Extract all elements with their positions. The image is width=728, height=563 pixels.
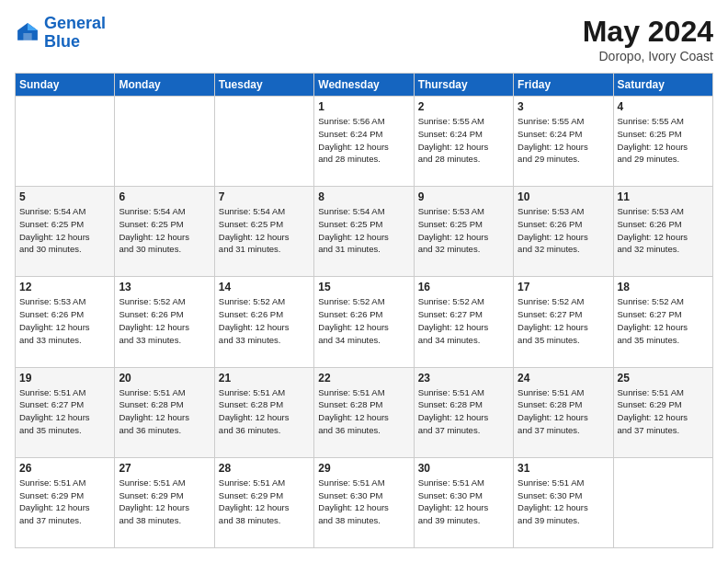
day-info: Sunrise: 5:53 AM Sunset: 6:26 PM Dayligh… (618, 205, 709, 256)
header-row: Sunday Monday Tuesday Wednesday Thursday… (16, 74, 713, 97)
logo-text: General Blue (44, 15, 106, 52)
calendar-cell: 15Sunrise: 5:52 AM Sunset: 6:26 PM Dayli… (314, 277, 414, 367)
day-number: 10 (518, 190, 609, 203)
calendar-cell (613, 457, 712, 547)
day-info: Sunrise: 5:53 AM Sunset: 6:26 PM Dayligh… (518, 205, 609, 256)
day-info: Sunrise: 5:51 AM Sunset: 6:30 PM Dayligh… (318, 477, 409, 527)
day-number: 1 (318, 100, 409, 113)
calendar-cell: 21Sunrise: 5:51 AM Sunset: 6:28 PM Dayli… (214, 367, 313, 457)
day-number: 16 (418, 281, 509, 293)
day-info: Sunrise: 5:51 AM Sunset: 6:30 PM Dayligh… (418, 477, 509, 527)
calendar-cell: 30Sunrise: 5:51 AM Sunset: 6:30 PM Dayli… (414, 457, 513, 547)
calendar-cell: 11Sunrise: 5:53 AM Sunset: 6:26 PM Dayli… (613, 187, 712, 277)
day-number: 25 (618, 372, 709, 385)
col-saturday: Saturday (613, 74, 712, 97)
calendar-cell: 27Sunrise: 5:51 AM Sunset: 6:29 PM Dayli… (115, 457, 214, 547)
day-number: 31 (518, 462, 609, 475)
page: General Blue May 2024 Doropo, Ivory Coas… (0, 0, 728, 563)
day-number: 12 (19, 281, 110, 293)
day-info: Sunrise: 5:54 AM Sunset: 6:25 PM Dayligh… (219, 205, 310, 256)
calendar-cell: 24Sunrise: 5:51 AM Sunset: 6:28 PM Dayli… (514, 367, 613, 457)
calendar-cell: 6Sunrise: 5:54 AM Sunset: 6:25 PM Daylig… (115, 187, 214, 277)
logo-icon (15, 20, 40, 46)
logo-line2: Blue (44, 32, 80, 51)
day-info: Sunrise: 5:51 AM Sunset: 6:28 PM Dayligh… (318, 386, 409, 437)
day-info: Sunrise: 5:51 AM Sunset: 6:27 PM Dayligh… (19, 386, 110, 437)
calendar-cell (115, 97, 214, 187)
day-number: 3 (518, 100, 609, 113)
header: General Blue May 2024 Doropo, Ivory Coas… (15, 15, 713, 63)
day-number: 28 (219, 462, 310, 475)
day-info: Sunrise: 5:51 AM Sunset: 6:28 PM Dayligh… (518, 386, 609, 437)
day-info: Sunrise: 5:52 AM Sunset: 6:26 PM Dayligh… (219, 295, 310, 346)
svg-marker-1 (28, 23, 38, 30)
calendar-week-1: 1Sunrise: 5:56 AM Sunset: 6:24 PM Daylig… (16, 97, 713, 187)
day-info: Sunrise: 5:53 AM Sunset: 6:26 PM Dayligh… (19, 295, 110, 346)
calendar-cell: 16Sunrise: 5:52 AM Sunset: 6:27 PM Dayli… (414, 277, 513, 367)
calendar-cell: 12Sunrise: 5:53 AM Sunset: 6:26 PM Dayli… (16, 277, 115, 367)
logo: General Blue (15, 15, 106, 52)
calendar-cell: 1Sunrise: 5:56 AM Sunset: 6:24 PM Daylig… (314, 97, 414, 187)
calendar-cell: 23Sunrise: 5:51 AM Sunset: 6:28 PM Dayli… (414, 367, 513, 457)
calendar-cell: 9Sunrise: 5:53 AM Sunset: 6:25 PM Daylig… (414, 187, 513, 277)
day-info: Sunrise: 5:52 AM Sunset: 6:26 PM Dayligh… (119, 295, 210, 346)
day-number: 23 (418, 372, 509, 385)
calendar-cell: 17Sunrise: 5:52 AM Sunset: 6:27 PM Dayli… (514, 277, 613, 367)
day-info: Sunrise: 5:51 AM Sunset: 6:28 PM Dayligh… (119, 386, 210, 437)
day-number: 13 (119, 281, 210, 293)
calendar-cell (214, 97, 313, 187)
logo-line1: General (44, 14, 106, 32)
col-sunday: Sunday (16, 74, 115, 97)
day-number: 30 (418, 462, 509, 475)
day-info: Sunrise: 5:54 AM Sunset: 6:25 PM Dayligh… (119, 205, 210, 256)
day-number: 2 (418, 100, 509, 113)
day-info: Sunrise: 5:54 AM Sunset: 6:25 PM Dayligh… (318, 205, 409, 256)
day-info: Sunrise: 5:51 AM Sunset: 6:30 PM Dayligh… (518, 477, 609, 527)
calendar-cell: 3Sunrise: 5:55 AM Sunset: 6:24 PM Daylig… (514, 97, 613, 187)
day-number: 20 (119, 372, 210, 385)
day-info: Sunrise: 5:51 AM Sunset: 6:29 PM Dayligh… (219, 477, 310, 527)
calendar-cell: 4Sunrise: 5:55 AM Sunset: 6:25 PM Daylig… (613, 97, 712, 187)
day-number: 24 (518, 372, 609, 385)
day-info: Sunrise: 5:51 AM Sunset: 6:28 PM Dayligh… (219, 386, 310, 437)
col-tuesday: Tuesday (214, 74, 313, 97)
day-info: Sunrise: 5:52 AM Sunset: 6:26 PM Dayligh… (318, 295, 409, 346)
calendar-cell: 13Sunrise: 5:52 AM Sunset: 6:26 PM Dayli… (115, 277, 214, 367)
calendar-cell (16, 97, 115, 187)
day-number: 27 (119, 462, 210, 475)
day-number: 18 (618, 281, 709, 293)
col-wednesday: Wednesday (314, 74, 414, 97)
day-number: 14 (219, 281, 310, 293)
day-number: 8 (318, 190, 409, 203)
day-number: 17 (518, 281, 609, 293)
calendar-cell: 19Sunrise: 5:51 AM Sunset: 6:27 PM Dayli… (16, 367, 115, 457)
day-number: 15 (318, 281, 409, 293)
day-number: 21 (219, 372, 310, 385)
svg-rect-2 (23, 33, 31, 40)
day-info: Sunrise: 5:55 AM Sunset: 6:25 PM Dayligh… (618, 115, 709, 166)
calendar-cell: 18Sunrise: 5:52 AM Sunset: 6:27 PM Dayli… (613, 277, 712, 367)
day-info: Sunrise: 5:52 AM Sunset: 6:27 PM Dayligh… (418, 295, 509, 346)
day-info: Sunrise: 5:52 AM Sunset: 6:27 PM Dayligh… (618, 295, 709, 346)
calendar-header: Sunday Monday Tuesday Wednesday Thursday… (16, 74, 713, 97)
day-info: Sunrise: 5:55 AM Sunset: 6:24 PM Dayligh… (418, 115, 509, 166)
day-number: 4 (618, 100, 709, 113)
calendar-week-3: 12Sunrise: 5:53 AM Sunset: 6:26 PM Dayli… (16, 277, 713, 367)
calendar-cell: 8Sunrise: 5:54 AM Sunset: 6:25 PM Daylig… (314, 187, 414, 277)
calendar-week-2: 5Sunrise: 5:54 AM Sunset: 6:25 PM Daylig… (16, 187, 713, 277)
calendar-body: 1Sunrise: 5:56 AM Sunset: 6:24 PM Daylig… (16, 97, 713, 548)
calendar-cell: 31Sunrise: 5:51 AM Sunset: 6:30 PM Dayli… (514, 457, 613, 547)
calendar-week-5: 26Sunrise: 5:51 AM Sunset: 6:29 PM Dayli… (16, 457, 713, 547)
calendar-cell: 29Sunrise: 5:51 AM Sunset: 6:30 PM Dayli… (314, 457, 414, 547)
day-number: 6 (119, 190, 210, 203)
day-number: 29 (318, 462, 409, 475)
calendar-cell: 10Sunrise: 5:53 AM Sunset: 6:26 PM Dayli… (514, 187, 613, 277)
calendar-cell: 5Sunrise: 5:54 AM Sunset: 6:25 PM Daylig… (16, 187, 115, 277)
day-number: 19 (19, 372, 110, 385)
day-info: Sunrise: 5:54 AM Sunset: 6:25 PM Dayligh… (19, 205, 110, 256)
day-number: 22 (318, 372, 409, 385)
day-info: Sunrise: 5:55 AM Sunset: 6:24 PM Dayligh… (518, 115, 609, 166)
calendar: Sunday Monday Tuesday Wednesday Thursday… (15, 73, 713, 548)
calendar-cell: 7Sunrise: 5:54 AM Sunset: 6:25 PM Daylig… (214, 187, 313, 277)
calendar-cell: 25Sunrise: 5:51 AM Sunset: 6:29 PM Dayli… (613, 367, 712, 457)
